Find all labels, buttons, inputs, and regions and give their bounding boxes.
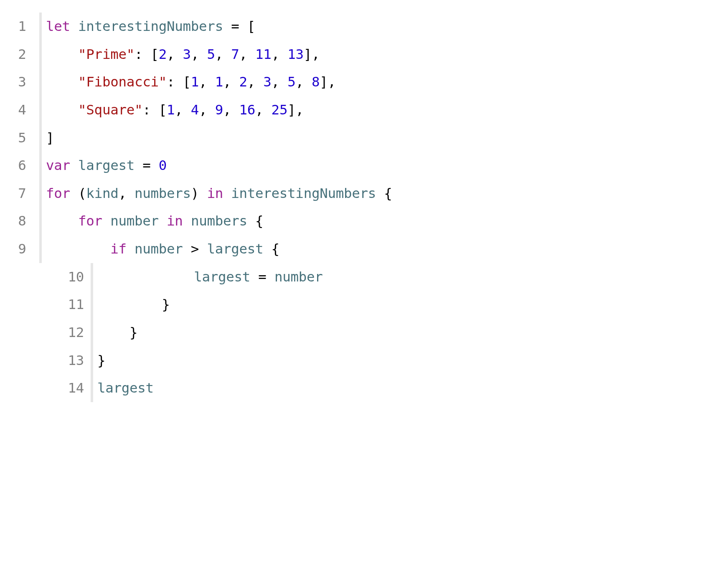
line-number: 3 — [8, 68, 36, 96]
token-p: : [ — [142, 102, 167, 118]
token-id: number — [135, 241, 183, 257]
token-num: 25 — [272, 102, 288, 118]
code-line: 14largest — [8, 374, 698, 402]
token-kw: in — [207, 185, 223, 201]
token-p: = — [135, 157, 159, 173]
code-line: 12 } — [8, 319, 698, 347]
token-p: = [ — [223, 18, 255, 34]
code-line: 3 "Fibonacci": [1, 1, 2, 3, 5, 8], — [8, 68, 698, 96]
line-number: 10 — [56, 263, 93, 291]
token-num: 2 — [159, 46, 167, 62]
token-p: : [ — [135, 46, 159, 62]
token-id: number — [274, 269, 323, 285]
line-content: "Square": [1, 4, 9, 16, 25], — [39, 96, 698, 124]
token-id: largest — [207, 241, 263, 257]
token-num: 3 — [183, 46, 191, 62]
token-num: 11 — [255, 46, 272, 62]
code-line: 10 largest = number — [8, 263, 698, 291]
token-kw: let — [46, 18, 70, 34]
line-content: if number > largest { — [39, 235, 698, 263]
line-content: for number in numbers { — [39, 207, 698, 235]
line-number: 14 — [56, 374, 93, 402]
token-p — [46, 74, 78, 90]
token-id: numbers — [135, 185, 191, 201]
token-p: , — [167, 46, 183, 62]
token-kw: for — [46, 185, 70, 201]
line-content: ] — [39, 124, 698, 152]
token-p: , — [118, 185, 135, 201]
token-num: 16 — [239, 102, 256, 118]
token-p: ], — [304, 46, 320, 62]
token-kw: if — [110, 241, 127, 257]
line-content: largest = number — [91, 263, 698, 291]
line-number: 4 — [8, 96, 36, 124]
token-p: , — [215, 46, 231, 62]
token-p: , — [272, 74, 288, 90]
code-block: 1let interestingNumbers = [2 "Prime": [2… — [0, 0, 711, 415]
token-num: 0 — [159, 157, 167, 173]
token-p: > — [183, 241, 207, 257]
token-str: "Fibonacci" — [78, 74, 167, 90]
line-content: "Fibonacci": [1, 1, 2, 3, 5, 8], — [39, 68, 698, 96]
token-kw: for — [78, 213, 102, 229]
token-p — [70, 18, 78, 34]
token-p: } — [97, 297, 170, 312]
token-num: 8 — [312, 74, 320, 90]
token-p: , — [295, 74, 312, 90]
token-num: 3 — [263, 74, 271, 90]
line-content: var largest = 0 — [39, 152, 698, 180]
token-p: { — [247, 213, 264, 229]
line-content: } — [91, 291, 698, 319]
token-p: : [ — [167, 74, 191, 90]
token-p — [159, 213, 167, 229]
code-line: 8 for number in numbers { — [8, 207, 698, 235]
code-line: 13} — [8, 347, 698, 375]
line-number: 2 — [8, 41, 36, 68]
token-p — [223, 185, 231, 201]
token-p — [46, 241, 110, 257]
token-p: , — [199, 74, 215, 90]
token-num: 1 — [215, 74, 223, 90]
token-p: , — [247, 74, 264, 90]
token-id: number — [110, 213, 159, 229]
line-content: } — [91, 319, 698, 347]
line-content: largest — [91, 374, 698, 402]
token-p: ] — [46, 130, 54, 146]
token-id: largest — [78, 157, 135, 173]
token-p: { — [263, 241, 279, 257]
line-number: 9 — [8, 235, 36, 263]
token-num: 1 — [191, 74, 199, 90]
token-num: 1 — [167, 102, 175, 118]
token-num: 5 — [287, 74, 295, 90]
token-kw: var — [46, 157, 70, 173]
line-number: 8 — [8, 207, 36, 235]
token-p: ], — [320, 74, 336, 90]
token-num: 5 — [207, 46, 215, 62]
token-id: largest — [194, 269, 250, 285]
token-p — [46, 213, 78, 229]
line-content: for (kind, numbers) in interestingNumber… — [39, 180, 698, 208]
code-line: 4 "Square": [1, 4, 9, 16, 25], — [8, 96, 698, 124]
line-number: 5 — [8, 124, 36, 152]
token-str: "Square" — [78, 102, 142, 118]
token-p: = — [250, 269, 274, 285]
line-content: "Prime": [2, 3, 5, 7, 11, 13], — [39, 41, 698, 68]
token-p: , — [239, 46, 256, 62]
token-p — [183, 213, 191, 229]
line-number: 1 — [8, 13, 36, 41]
token-num: 4 — [191, 102, 199, 118]
token-p: } — [97, 352, 105, 368]
line-content: let interestingNumbers = [ — [39, 13, 698, 41]
code-line: 7for (kind, numbers) in interestingNumbe… — [8, 180, 698, 208]
token-p: , — [175, 102, 191, 118]
token-p: } — [97, 324, 137, 340]
token-str: "Prime" — [78, 46, 135, 62]
token-id: kind — [86, 185, 118, 201]
line-number: 12 — [56, 319, 93, 347]
line-content: } — [91, 347, 698, 375]
line-number: 13 — [56, 347, 93, 375]
token-p: , — [223, 74, 239, 90]
token-num: 7 — [231, 46, 239, 62]
code-line: 6var largest = 0 — [8, 152, 698, 180]
token-kw: in — [167, 213, 183, 229]
